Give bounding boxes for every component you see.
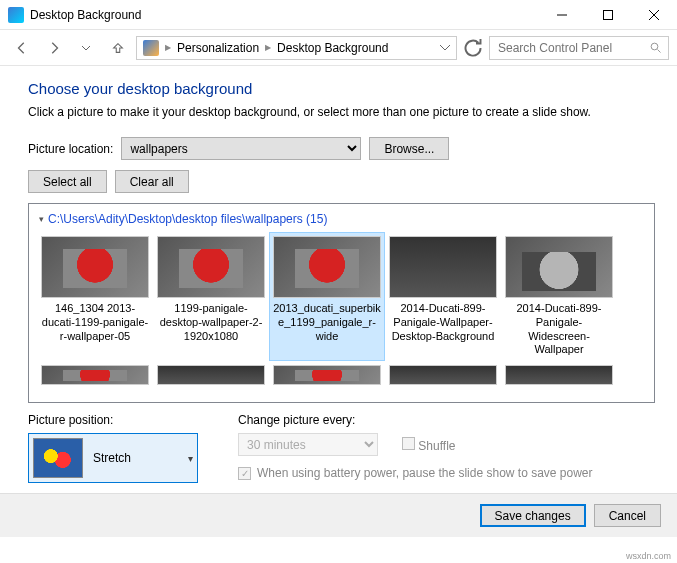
up-button[interactable] — [104, 35, 132, 61]
content: Choose your desktop background Click a p… — [0, 66, 677, 493]
thumbnail-image — [505, 236, 613, 298]
browse-button[interactable]: Browse... — [369, 137, 449, 160]
thumbnail-caption: 1199-panigale-desktop-wallpaper-2-1920x1… — [157, 302, 265, 343]
wallpaper-thumb[interactable]: 2014-Ducati-899-Panigale-Wallpaper-Deskt… — [385, 232, 501, 361]
thumbnail-caption: 2014-Ducati-899-Panigale-Widescreen-Wall… — [505, 302, 613, 357]
chevron-down-icon: ▾ — [188, 453, 193, 464]
thumbnail-image — [41, 365, 149, 385]
svg-line-5 — [658, 49, 661, 52]
thumbnail-image — [389, 365, 497, 385]
thumbnail-image — [273, 236, 381, 298]
navbar: ▶ Personalization ▶ Desktop Background — [0, 30, 677, 66]
wallpaper-thumb[interactable] — [269, 361, 385, 393]
wallpaper-thumb[interactable]: 2014-Ducati-899-Panigale-Widescreen-Wall… — [501, 232, 617, 361]
search-icon — [650, 42, 662, 54]
thumbnail-image — [157, 236, 265, 298]
folder-path: C:\Users\Adity\Desktop\desktop files\wal… — [48, 212, 327, 226]
cancel-button[interactable]: Cancel — [594, 504, 661, 527]
page-title: Choose your desktop background — [28, 80, 655, 97]
search-box[interactable] — [489, 36, 669, 60]
save-changes-button[interactable]: Save changes — [480, 504, 586, 527]
thumbnail-image — [389, 236, 497, 298]
recent-button[interactable] — [72, 35, 100, 61]
shuffle-label: Shuffle — [418, 439, 455, 453]
breadcrumb-desktop-background[interactable]: Desktop Background — [273, 37, 392, 59]
picture-position-label: Picture position: — [28, 413, 198, 427]
address-bar[interactable]: ▶ Personalization ▶ Desktop Background — [136, 36, 457, 60]
thumbnail-image — [273, 365, 381, 385]
thumbnail-image — [41, 236, 149, 298]
chevron-down-icon: ▾ — [39, 214, 44, 224]
back-button[interactable] — [8, 35, 36, 61]
chevron-down-icon[interactable] — [440, 43, 450, 53]
titlebar: Desktop Background — [0, 0, 677, 30]
app-icon — [8, 7, 24, 23]
wallpaper-scroll[interactable]: ▾ C:\Users\Adity\Desktop\desktop files\w… — [29, 204, 654, 402]
wallpaper-thumb[interactable] — [37, 361, 153, 393]
position-value: Stretch — [93, 451, 178, 465]
shuffle-checkbox — [402, 437, 415, 450]
wallpaper-thumb[interactable] — [385, 361, 501, 393]
breadcrumb-personalization[interactable]: Personalization — [173, 37, 263, 59]
search-input[interactable] — [496, 40, 650, 56]
maximize-button[interactable] — [585, 0, 631, 30]
wallpaper-thumb-selected[interactable]: ✓ 2013_ducati_superbike_1199_panigale_r-… — [269, 232, 385, 361]
wallpaper-thumb[interactable]: 1199-panigale-desktop-wallpaper-2-1920x1… — [153, 232, 269, 361]
picture-position-select[interactable]: Stretch ▾ — [28, 433, 198, 483]
refresh-button[interactable] — [461, 36, 485, 60]
change-every-label: Change picture every: — [238, 413, 593, 427]
location-icon — [143, 40, 159, 56]
window-title: Desktop Background — [30, 8, 539, 22]
change-every-select: 30 minutes — [238, 433, 378, 456]
wallpaper-thumb[interactable] — [501, 361, 617, 393]
battery-checkbox: ✓ — [238, 467, 251, 480]
close-button[interactable] — [631, 0, 677, 30]
wallpaper-thumb[interactable]: 146_1304 2013-ducati-1199-panigale-r-wal… — [37, 232, 153, 361]
wallpaper-thumb[interactable] — [153, 361, 269, 393]
wallpaper-panel: ▾ C:\Users\Adity\Desktop\desktop files\w… — [28, 203, 655, 403]
minimize-button[interactable] — [539, 0, 585, 30]
thumbnail-caption: 2014-Ducati-899-Panigale-Wallpaper-Deskt… — [389, 302, 497, 343]
folder-header[interactable]: ▾ C:\Users\Adity\Desktop\desktop files\w… — [37, 210, 646, 232]
picture-location-select[interactable]: wallpapers — [121, 137, 361, 160]
thumbnail-image — [157, 365, 265, 385]
battery-label: When using battery power, pause the slid… — [257, 466, 593, 480]
select-all-button[interactable]: Select all — [28, 170, 107, 193]
thumbnail-image — [505, 365, 613, 385]
forward-button[interactable] — [40, 35, 68, 61]
clear-all-button[interactable]: Clear all — [115, 170, 189, 193]
svg-rect-1 — [604, 10, 613, 19]
position-preview-icon — [33, 438, 83, 478]
footer: Save changes Cancel — [0, 493, 677, 537]
chevron-right-icon: ▶ — [163, 43, 173, 52]
chevron-right-icon: ▶ — [263, 43, 273, 52]
thumbnail-caption: 146_1304 2013-ducati-1199-panigale-r-wal… — [41, 302, 149, 343]
picture-location-label: Picture location: — [28, 142, 113, 156]
svg-point-4 — [651, 43, 658, 50]
page-subtitle: Click a picture to make it your desktop … — [28, 105, 655, 119]
thumbnail-caption: 2013_ducati_superbike_1199_panigale_r-wi… — [273, 302, 381, 343]
